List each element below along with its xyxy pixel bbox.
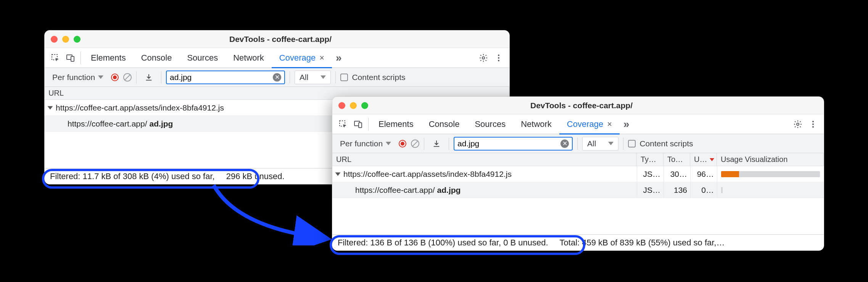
col-visualization[interactable]: Usage Visualization: [717, 153, 824, 166]
status-bar: Filtered: 136 B of 136 B (100%) used so …: [332, 234, 824, 250]
cell-total: 30…: [663, 166, 690, 182]
row-url-match: ad.jpg: [437, 186, 461, 195]
tab-strip: Elements Console Sources Network Coverag…: [45, 48, 509, 68]
row-url: https://coffee-cart.app/assets/index-8bf…: [56, 103, 224, 112]
checkbox-icon: [340, 74, 348, 81]
url-filter-input[interactable]: ✕: [166, 70, 285, 84]
disclosure-icon[interactable]: [335, 172, 341, 176]
gear-icon[interactable]: [790, 117, 805, 132]
granularity-label: Per function: [340, 139, 383, 148]
tab-coverage-label: Coverage: [567, 119, 603, 129]
svg-point-13: [812, 126, 814, 128]
table-row[interactable]: https://coffee-cart.app/assets/index-8bf…: [332, 166, 824, 182]
status-filtered: Filtered: 11.7 kB of 308 kB (4%) used so…: [50, 171, 215, 181]
type-filter-dropdown[interactable]: All: [582, 137, 618, 151]
clear-filter-icon[interactable]: ✕: [273, 73, 281, 82]
svg-point-6: [498, 60, 499, 61]
chevron-down-icon: [608, 142, 614, 145]
close-panel-icon[interactable]: ×: [319, 53, 324, 63]
arrow-icon: [206, 181, 336, 245]
url-filter-field[interactable]: [457, 139, 557, 148]
cell-visualization: [717, 182, 824, 198]
cell-unused: 0…: [690, 182, 717, 198]
svg-rect-9: [359, 123, 362, 128]
tab-coverage[interactable]: Coverage ×: [272, 48, 332, 68]
status-total: Total: 459 kB of 839 kB (55%) used so fa…: [560, 238, 725, 248]
record-button[interactable]: [399, 140, 406, 147]
content-scripts-label: Content scripts: [639, 139, 693, 148]
checkbox-icon: [628, 140, 636, 147]
url-filter-field[interactable]: [170, 73, 270, 82]
row-url-prefix: https://coffee-cart.app/: [355, 186, 435, 195]
device-toggle-icon[interactable]: [63, 50, 78, 66]
col-url[interactable]: URL: [332, 153, 637, 166]
coverage-toolbar: Per function ✕ All Content scripts: [332, 134, 824, 153]
export-icon[interactable]: [141, 70, 156, 85]
overflow-tabs-icon[interactable]: »: [332, 52, 346, 64]
content-scripts-checkbox[interactable]: Content scripts: [628, 139, 693, 148]
url-filter-input[interactable]: ✕: [454, 137, 573, 151]
tab-elements[interactable]: Elements: [371, 114, 421, 134]
content-scripts-checkbox[interactable]: Content scripts: [340, 73, 405, 82]
table-row[interactable]: https://coffee-cart.app/ad.jpg JS… 136 0…: [332, 182, 824, 198]
clear-button[interactable]: [411, 139, 419, 148]
svg-point-12: [812, 123, 814, 125]
window-title: DevTools - coffee-cart.app/: [58, 35, 503, 44]
row-url: https://coffee-cart.app/assets/index-8bf…: [343, 170, 512, 179]
type-filter-label: All: [587, 139, 596, 148]
status-filtered: Filtered: 136 B of 136 B (100%) used so …: [338, 238, 548, 248]
tab-console[interactable]: Console: [421, 114, 467, 134]
tab-network[interactable]: Network: [513, 114, 559, 134]
tab-strip: Elements Console Sources Network Coverag…: [332, 114, 824, 134]
col-unused[interactable]: U…: [690, 153, 717, 166]
table-rows: https://coffee-cart.app/assets/index-8bf…: [332, 166, 824, 198]
col-type[interactable]: Ty…: [637, 153, 663, 166]
svg-rect-2: [71, 56, 74, 61]
gear-icon[interactable]: [476, 50, 491, 66]
coverage-toolbar: Per function ✕ All Content scripts: [45, 68, 509, 87]
cell-total: 136: [663, 182, 690, 198]
tab-sources[interactable]: Sources: [179, 48, 225, 68]
tab-coverage-label: Coverage: [279, 53, 316, 63]
overflow-tabs-icon[interactable]: »: [620, 118, 633, 130]
device-toggle-icon[interactable]: [351, 117, 366, 132]
granularity-dropdown[interactable]: Per function: [337, 138, 394, 150]
svg-point-3: [482, 57, 485, 59]
titlebar: DevTools - coffee-cart.app/: [332, 97, 824, 114]
titlebar: DevTools - coffee-cart.app/: [45, 30, 509, 48]
svg-point-11: [812, 121, 814, 122]
tab-network[interactable]: Network: [225, 48, 272, 68]
inspect-icon[interactable]: [48, 50, 63, 66]
disclosure-icon[interactable]: [48, 106, 53, 109]
row-url-prefix: https://coffee-cart.app/: [68, 119, 147, 128]
svg-point-5: [498, 57, 499, 59]
col-total[interactable]: To…: [663, 153, 690, 166]
kebab-icon[interactable]: [491, 50, 506, 66]
clear-button[interactable]: [123, 73, 132, 82]
chevron-down-icon: [98, 75, 103, 79]
devtools-window-after: DevTools - coffee-cart.app/ Elements Con…: [332, 96, 824, 251]
tab-elements[interactable]: Elements: [83, 48, 134, 68]
cell-type: JS…: [637, 182, 663, 198]
close-icon[interactable]: [51, 36, 58, 43]
type-filter-dropdown[interactable]: All: [295, 70, 331, 84]
svg-point-10: [797, 123, 799, 125]
inspect-icon[interactable]: [335, 117, 351, 132]
close-icon[interactable]: [338, 102, 345, 109]
row-url-match: ad.jpg: [150, 119, 173, 128]
clear-filter-icon[interactable]: ✕: [560, 139, 569, 148]
cell-unused: 96…: [690, 166, 717, 182]
tab-console[interactable]: Console: [134, 48, 180, 68]
tab-coverage[interactable]: Coverage ×: [559, 114, 620, 134]
granularity-label: Per function: [52, 73, 95, 82]
granularity-dropdown[interactable]: Per function: [49, 71, 106, 83]
tab-sources[interactable]: Sources: [467, 114, 513, 134]
record-button[interactable]: [111, 74, 119, 81]
chevron-down-icon: [320, 75, 326, 79]
window-title: DevTools - coffee-cart.app/: [345, 101, 818, 110]
cell-visualization: [717, 166, 824, 182]
close-panel-icon[interactable]: ×: [607, 119, 612, 129]
type-filter-label: All: [300, 73, 308, 82]
kebab-icon[interactable]: [805, 117, 821, 132]
export-icon[interactable]: [429, 136, 444, 151]
